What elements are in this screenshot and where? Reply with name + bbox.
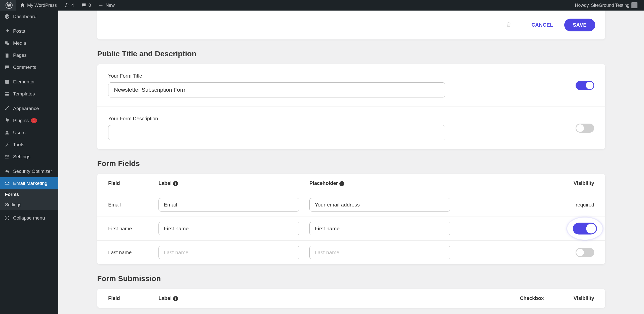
sidebar-item-posts[interactable]: Posts (0, 25, 58, 37)
form-title-label: Your Form Title (108, 73, 445, 79)
howdy-text: Howdy, SiteGround Testing (575, 3, 629, 8)
section-title-form-fields: Form Fields (97, 159, 605, 168)
sidebar-item-media[interactable]: Media (0, 37, 58, 49)
admin-bar-left: W My WordPress 4 0 New (0, 0, 118, 11)
save-button[interactable]: SAVE (564, 19, 595, 31)
sub-col-visibility: Visibility (559, 295, 594, 301)
info-icon[interactable]: i (173, 181, 178, 186)
sidebar-label: Comments (13, 65, 36, 70)
form-fields-table-header: Field Labeli Placeholderi Visibility (97, 174, 605, 193)
sidebar-label: Tools (13, 142, 24, 147)
sidebar-label: Plugins (13, 118, 29, 123)
sidebar-label: Pages (13, 53, 27, 58)
form-description-row: Your Form Description (97, 107, 605, 149)
sidebar-label: Dashboard (13, 14, 36, 19)
table-row-email: Email required (97, 193, 605, 217)
site-name-text: My WordPress (27, 3, 57, 8)
col-placeholder: Placeholderi (309, 180, 460, 186)
sidebar-item-plugins[interactable]: Plugins 1 (0, 115, 58, 127)
field-name: Last name (108, 250, 158, 255)
sidebar-item-dashboard[interactable]: Dashboard (0, 11, 58, 23)
trash-icon[interactable] (506, 21, 512, 29)
wrench-icon (4, 142, 10, 148)
lastname-label-input[interactable] (158, 246, 299, 259)
lastname-placeholder-input[interactable] (309, 246, 450, 259)
sidebar-subitem-forms[interactable]: Forms (0, 189, 58, 200)
sidebar-item-security-optimizer[interactable]: Security Optimizer (0, 165, 58, 177)
form-title-toggle[interactable] (576, 81, 594, 90)
howdy-link[interactable]: Howdy, SiteGround Testing (570, 0, 641, 11)
sliders-icon (4, 154, 10, 160)
wp-logo[interactable]: W (0, 0, 16, 11)
firstname-placeholder-input[interactable] (309, 222, 450, 235)
sidebar-item-elementor[interactable]: Elementor (0, 76, 58, 88)
email-label-input[interactable] (158, 198, 299, 212)
action-divider (518, 20, 518, 31)
info-icon[interactable]: i (339, 181, 344, 186)
lastname-toggle[interactable] (576, 248, 594, 257)
col-field: Field (108, 180, 158, 186)
new-link[interactable]: New (95, 0, 118, 11)
sidebar-item-settings[interactable]: Settings (0, 151, 58, 163)
sidebar-item-pages[interactable]: Pages (0, 49, 58, 61)
top-actions-bar: CANCEL SAVE (97, 11, 605, 39)
sidebar-item-templates[interactable]: Templates (0, 88, 58, 100)
sidebar-submenu: Forms Settings (0, 189, 58, 210)
cancel-button[interactable]: CANCEL (526, 19, 559, 31)
form-title-row: Your Form Title (97, 64, 605, 107)
comments-link[interactable]: 0 (77, 0, 95, 11)
admin-bar: W My WordPress 4 0 New Howdy, SiteGround… (0, 0, 644, 11)
templates-icon (4, 91, 10, 97)
sidebar-item-tools[interactable]: Tools (0, 139, 58, 151)
sidebar-subitem-settings[interactable]: Settings (0, 200, 58, 210)
sidebar-label: Media (13, 40, 26, 46)
svg-point-0 (5, 80, 9, 84)
section-title-title-desc: Public Title and Description (97, 49, 605, 58)
collapse-label: Collapse menu (13, 215, 45, 221)
comments-count: 0 (89, 3, 91, 8)
dashboard-icon (4, 14, 10, 20)
sidebar-item-users[interactable]: Users (0, 127, 58, 139)
home-icon (20, 3, 25, 8)
info-icon[interactable]: i (173, 296, 178, 301)
sidebar-item-appearance[interactable]: Appearance (0, 102, 58, 115)
sub-col-label: Labeli (158, 295, 309, 301)
site-name-link[interactable]: My WordPress (16, 0, 60, 11)
svg-point-1 (5, 216, 9, 220)
firstname-label-input[interactable] (158, 222, 299, 235)
plugins-badge: 1 (31, 118, 37, 123)
form-desc-toggle[interactable] (576, 124, 594, 133)
sub-col-checkbox: Checkbox (514, 295, 559, 301)
sidebar-item-comments[interactable]: Comments (0, 61, 58, 73)
sidebar: Dashboard Posts Media Pages Comments Ele… (0, 11, 58, 314)
comment-icon (81, 3, 87, 8)
form-title-input[interactable] (108, 82, 445, 97)
avatar (631, 2, 637, 8)
comments-icon (4, 64, 10, 70)
updates-count: 4 (71, 3, 74, 8)
sidebar-label: Posts (13, 28, 25, 34)
table-row-lastname: Last name (97, 241, 605, 264)
sidebar-label: Email Marketing (13, 181, 47, 186)
pin-icon (4, 28, 10, 34)
field-name: First name (108, 226, 158, 232)
sidebar-item-email-marketing[interactable]: Email Marketing (0, 177, 58, 189)
form-desc-label: Your Form Description (108, 116, 445, 122)
updates-link[interactable]: 4 (60, 0, 77, 11)
wordpress-icon: W (6, 2, 13, 9)
form-fields-card: Field Labeli Placeholderi Visibility Ema… (97, 174, 605, 264)
form-desc-input[interactable] (108, 125, 445, 140)
col-visibility: Visibility (559, 180, 594, 186)
section-title-form-submission: Form Submission (97, 274, 605, 283)
submission-table-header: Field Labeli Checkbox Visibility (97, 289, 605, 308)
sub-col-field: Field (108, 295, 158, 301)
collapse-menu[interactable]: Collapse menu (0, 212, 58, 224)
sidebar-label: Settings (13, 154, 30, 160)
gear-icon (4, 168, 10, 174)
firstname-toggle[interactable] (573, 223, 597, 235)
email-placeholder-input[interactable] (309, 198, 450, 212)
refresh-icon (64, 3, 69, 8)
collapse-icon (4, 215, 10, 221)
sidebar-label: Elementor (13, 79, 35, 85)
title-description-card: Your Form Title Your Form Description (97, 64, 605, 149)
